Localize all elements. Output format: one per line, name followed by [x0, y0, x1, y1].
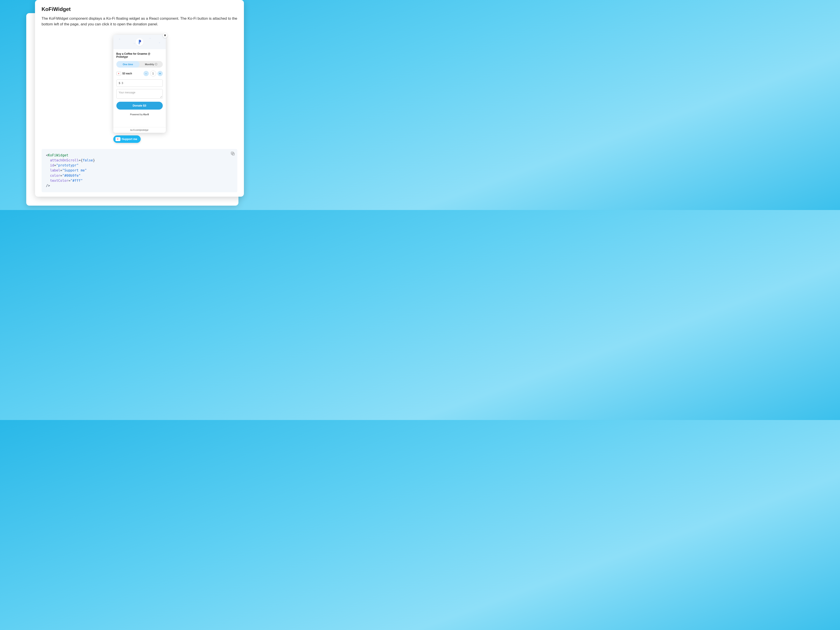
tab-one-time[interactable]: One time	[116, 61, 140, 68]
code-snippet: <KoFiWidget attachOnScroll={false} id="p…	[41, 149, 237, 193]
qty-plus-button[interactable]: +	[158, 71, 163, 76]
kofi-footer-url[interactable]: ko-fi.com/prototypr	[113, 127, 166, 133]
support-me-label: Support me	[122, 137, 137, 141]
amount-value: 3	[122, 81, 123, 85]
each-label: $3 each	[123, 72, 132, 75]
quantity-stepper: - 1 +	[144, 71, 163, 76]
kofi-body: Buy a Coffee for Graeme @ Prototypr One …	[113, 49, 166, 127]
unit-price-row: ♥ $3 each - 1 +	[116, 71, 163, 76]
message-placeholder: Your message	[119, 91, 136, 94]
widget-wrap: ✕ Buy a Coffee for Graeme @ Prototypr	[113, 35, 166, 143]
kofi-panel: Buy a Coffee for Graeme @ Prototypr One …	[113, 35, 166, 133]
currency-prefix: $	[119, 81, 120, 85]
donate-button[interactable]: Donate $3	[116, 102, 163, 110]
message-input[interactable]: Your message	[116, 89, 163, 99]
qty-value[interactable]: 1	[150, 71, 156, 76]
kofi-title: Buy a Coffee for Graeme @ Prototypr	[116, 52, 163, 58]
coffee-cup-icon: ♥	[115, 137, 120, 141]
frequency-segmented: One time Monthly i	[116, 61, 163, 68]
coffee-cup-icon: ♥	[116, 72, 121, 75]
powered-by: Powered by Ko-fi	[116, 113, 163, 127]
kofi-header	[113, 35, 166, 49]
amount-input[interactable]: $ 3	[116, 79, 163, 87]
support-me-button[interactable]: ♥ Support me	[113, 136, 141, 143]
tab-monthly-label: Monthly	[145, 63, 154, 66]
close-button[interactable]: ✕	[163, 33, 167, 38]
tab-monthly[interactable]: Monthly i	[140, 61, 163, 68]
prototypr-logo-icon	[136, 38, 144, 46]
info-icon: i	[155, 63, 157, 65]
doc-card: KoFiWidget The KoFiWidget component disp…	[35, 0, 244, 197]
page-title: KoFiWidget	[41, 6, 237, 12]
widget-preview-area: ✕ Buy a Coffee for Graeme @ Prototypr	[41, 33, 237, 143]
copy-icon[interactable]	[231, 151, 235, 156]
intro-paragraph: The KoFiWidget component displays a Ko-F…	[41, 16, 237, 27]
qty-minus-button[interactable]: -	[144, 71, 149, 76]
